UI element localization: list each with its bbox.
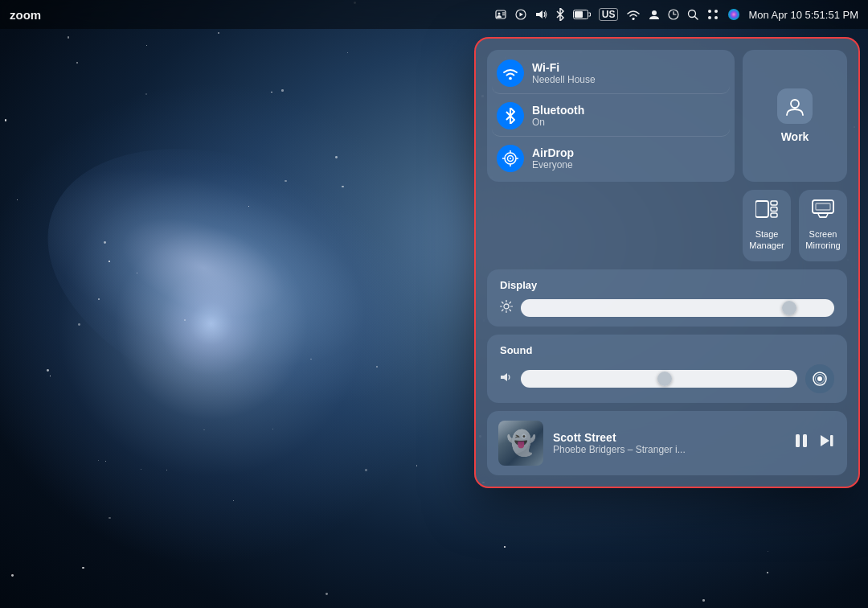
focus-tile[interactable]: Work: [743, 50, 847, 182]
svg-rect-44: [796, 434, 800, 447]
menubar-right: US Mon Apr 10 5:51:51 PM: [494, 8, 858, 21]
album-art: 👻: [498, 421, 543, 466]
svg-point-14: [708, 10, 711, 13]
menubar-left: zoom: [10, 8, 41, 22]
stage-manager-label: Stage Manager: [747, 228, 786, 252]
wifi-label: Wi-Fi: [532, 61, 596, 74]
control-center-panel: Wi-Fi Needell House Bluetooth On: [474, 37, 860, 488]
svg-marker-46: [821, 435, 829, 446]
connectivity-group: Wi-Fi Needell House Bluetooth On: [487, 50, 735, 182]
airdrop-item[interactable]: AirDrop Everyone: [492, 138, 730, 179]
svg-point-22: [510, 158, 511, 159]
now-playing-section: 👻 Scott Street Phoebe Bridgers – Strange…: [487, 411, 847, 475]
airdrop-tile-icon: [497, 145, 524, 172]
svg-marker-6: [536, 10, 542, 18]
svg-rect-47: [830, 435, 833, 446]
svg-point-15: [714, 10, 718, 13]
bluetooth-tile-icon: [497, 102, 524, 129]
svg-line-36: [502, 302, 504, 304]
svg-point-23: [791, 100, 799, 108]
menubar: zoom US: [0, 0, 868, 29]
svg-point-9: [633, 18, 635, 20]
bluetooth-item[interactable]: Bluetooth On: [492, 96, 730, 137]
svg-point-42: [817, 376, 822, 381]
airdrop-label: AirDrop: [532, 146, 574, 159]
mid-spacer: [487, 190, 735, 261]
app-name[interactable]: zoom: [10, 8, 41, 22]
svg-rect-27: [771, 213, 777, 217]
svg-rect-30: [816, 203, 830, 210]
play-icon[interactable]: [515, 9, 526, 20]
svg-point-1: [497, 13, 500, 15]
screen-mirroring-label: Screen Mirroring: [804, 228, 842, 252]
pause-button[interactable]: [792, 432, 810, 454]
focus-label: Work: [781, 130, 809, 143]
playback-controls: [792, 432, 836, 454]
battery-icon[interactable]: [573, 10, 591, 19]
screen-mirroring-icon: [812, 199, 834, 224]
sound-title: Sound: [500, 344, 834, 356]
svg-point-10: [652, 10, 657, 15]
bluetooth-icon[interactable]: [555, 8, 565, 21]
track-title: Scott Street: [553, 431, 783, 444]
volume-icon[interactable]: [534, 8, 547, 21]
display-title: Display: [500, 279, 834, 291]
svg-rect-26: [771, 207, 777, 212]
volume-icon-small: [500, 372, 513, 385]
stage-manager-icon: [755, 199, 778, 224]
airdrop-status: Everyone: [532, 159, 574, 170]
track-info: Scott Street Phoebe Bridgers – Stranger …: [553, 431, 783, 455]
top-row: Wi-Fi Needell House Bluetooth On: [487, 50, 847, 182]
focus-icon: [777, 88, 813, 124]
bluetooth-status: On: [532, 117, 584, 128]
airdrop-text: AirDrop Everyone: [532, 146, 574, 170]
contact-card-icon[interactable]: [494, 8, 507, 21]
svg-line-38: [510, 302, 511, 304]
brightness-thumb[interactable]: [782, 301, 796, 315]
mid-area: Stage Manager Screen Mirroring: [487, 190, 847, 261]
control-center-icon[interactable]: [706, 8, 719, 21]
next-button[interactable]: [818, 432, 836, 454]
album-art-inner: 👻: [498, 421, 543, 466]
svg-point-16: [708, 16, 711, 19]
time-machine-icon[interactable]: [668, 9, 679, 20]
svg-rect-8: [575, 11, 583, 18]
screen-mirroring-tile[interactable]: Screen Mirroring: [799, 190, 847, 261]
spotlight-icon[interactable]: [687, 9, 698, 20]
sound-output-button[interactable]: [805, 364, 834, 393]
track-artist: Phoebe Bridgers – Stranger i...: [553, 444, 783, 455]
small-tiles: Stage Manager Screen Mirroring: [743, 190, 847, 261]
bluetooth-label: Bluetooth: [532, 104, 584, 117]
volume-slider-wrap: [521, 370, 797, 388]
brightness-icon: [500, 300, 513, 315]
svg-point-19: [509, 77, 512, 80]
svg-marker-40: [501, 373, 507, 381]
wifi-text: Wi-Fi Needell House: [532, 61, 596, 85]
svg-point-17: [714, 16, 718, 19]
user-icon[interactable]: [649, 9, 660, 20]
volume-thumb[interactable]: [657, 372, 672, 386]
svg-point-18: [728, 9, 739, 20]
siri-icon[interactable]: [727, 8, 740, 21]
volume-slider[interactable]: [521, 370, 797, 388]
svg-rect-25: [771, 201, 777, 205]
datetime[interactable]: Mon Apr 10 5:51:51 PM: [748, 9, 858, 21]
display-section: Display: [487, 269, 847, 327]
stage-manager-tile[interactable]: Stage Manager: [743, 190, 791, 261]
wifi-network: Needell House: [532, 74, 596, 85]
wifi-icon[interactable]: [626, 9, 641, 20]
svg-line-37: [510, 310, 511, 311]
brightness-row: [500, 299, 834, 317]
brightness-slider[interactable]: [521, 299, 834, 317]
svg-line-13: [695, 17, 698, 20]
bluetooth-text: Bluetooth On: [532, 104, 584, 128]
keyboard-layout[interactable]: US: [599, 8, 619, 21]
wifi-item[interactable]: Wi-Fi Needell House: [492, 53, 730, 94]
svg-point-31: [504, 304, 509, 309]
album-art-ghost: 👻: [506, 429, 536, 457]
svg-rect-45: [803, 434, 807, 447]
volume-row: [500, 364, 834, 393]
svg-marker-5: [519, 13, 523, 17]
svg-rect-24: [755, 201, 768, 217]
svg-line-39: [502, 310, 504, 311]
